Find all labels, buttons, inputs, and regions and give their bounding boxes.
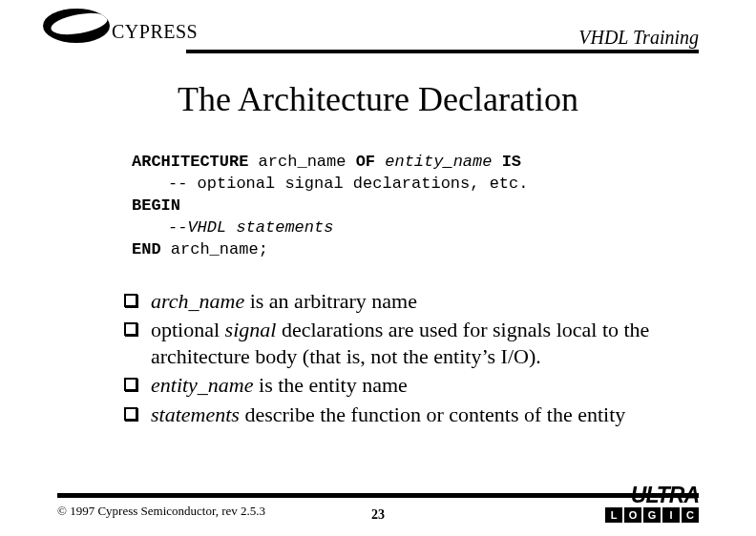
code-keyword: BEGIN	[132, 196, 180, 215]
list-item: optional signal declarations are used fo…	[124, 317, 699, 369]
bullet-italic: signal	[225, 318, 277, 341]
code-line-4: --VHDL statements	[168, 217, 756, 239]
code-keyword: IS	[502, 153, 521, 171]
ultra-letter: C	[682, 507, 699, 523]
slide-footer: © 1997 Cypress Semiconductor, rev 2.5.3 …	[57, 493, 699, 519]
bullet-icon	[124, 378, 137, 391]
ultra-logo-letters: L O G I C	[605, 507, 699, 523]
bullet-italic: entity_name	[151, 373, 254, 397]
bullet-icon	[124, 322, 137, 336]
ultra-logo-word: ULTRA	[605, 486, 699, 505]
doc-series-label: VHDL Training	[578, 27, 699, 49]
code-keyword: OF	[356, 153, 375, 171]
ultra-logo: ULTRA L O G I C	[605, 486, 699, 523]
bullet-list: arch_name is an arbitrary name optional …	[124, 288, 699, 428]
code-text: arch_name	[248, 153, 355, 171]
bullet-text: arch_name is an arbitrary name	[151, 288, 699, 315]
bullet-rest: is the entity name	[254, 373, 408, 397]
code-block: ARCHITECTURE arch_name OF entity_name IS…	[132, 152, 756, 261]
list-item: entity_name is the entity name	[124, 372, 699, 399]
bullet-italic: arch_name	[151, 289, 244, 313]
slide-title: The Architecture Declaration	[0, 79, 756, 119]
bullet-rest: describe the function or contents of the…	[240, 402, 625, 426]
bullet-text: entity_name is the entity name	[151, 372, 699, 399]
code-text: arch_name;	[161, 240, 268, 258]
code-line-5: END arch_name;	[132, 239, 756, 261]
cypress-logo-icon	[43, 9, 110, 43]
bullet-rest: is an arbitrary name	[244, 289, 417, 313]
cypress-logo-text: CYPRESS	[112, 21, 198, 43]
list-item: statements describe the function or cont…	[124, 402, 699, 428]
bullet-icon	[124, 294, 137, 307]
ultra-letter: O	[624, 507, 641, 523]
code-italic: entity_name	[375, 153, 502, 171]
bullet-pre: optional	[151, 318, 225, 341]
code-keyword: END	[132, 240, 161, 258]
header-divider	[186, 50, 699, 53]
bullet-italic: statements	[151, 402, 240, 426]
code-keyword: ARCHITECTURE	[132, 153, 248, 171]
code-line-3: BEGIN	[132, 196, 756, 217]
page-number: 23	[57, 507, 699, 523]
ultra-letter: L	[605, 507, 622, 523]
footer-divider	[57, 493, 699, 498]
code-line-1: ARCHITECTURE arch_name OF entity_name IS	[132, 152, 756, 174]
slide-header: CYPRESS VHDL Training	[0, 0, 756, 52]
ultra-letter: I	[662, 507, 680, 523]
bullet-text: statements describe the function or cont…	[151, 402, 699, 428]
bullet-text: optional signal declarations are used fo…	[151, 317, 699, 369]
bullet-icon	[124, 407, 137, 421]
ultra-letter: G	[643, 507, 661, 523]
code-line-2: -- optional signal declarations, etc.	[168, 174, 756, 196]
cypress-logo: CYPRESS	[43, 8, 198, 43]
list-item: arch_name is an arbitrary name	[124, 288, 699, 315]
